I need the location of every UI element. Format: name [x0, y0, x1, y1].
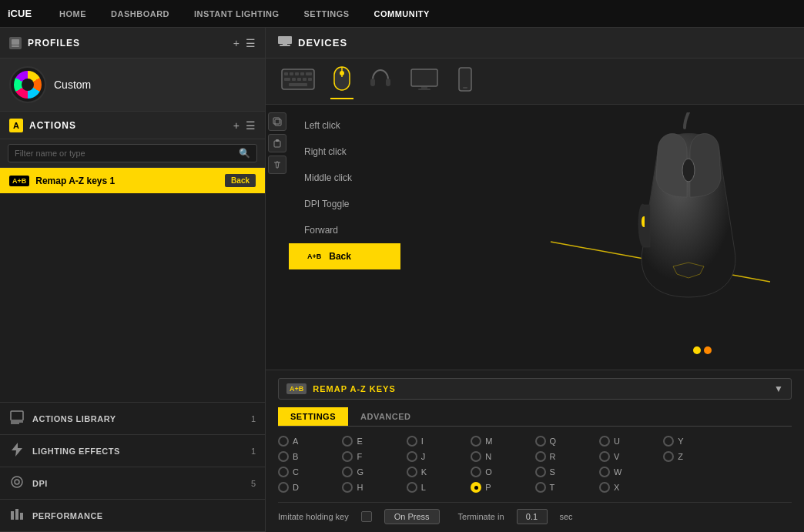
- key-radio-m: [471, 436, 481, 447]
- key-option-j[interactable]: J: [407, 451, 471, 462]
- tab-settings[interactable]: SETTINGS: [278, 407, 348, 426]
- nav-instant-lighting[interactable]: INSTANT LIGHTING: [182, 0, 291, 28]
- key-label-q: Q: [550, 437, 557, 446]
- key-option-k[interactable]: K: [407, 467, 471, 477]
- key-option-i[interactable]: I: [407, 436, 471, 447]
- device-tab-other[interactable]: [454, 64, 477, 99]
- key-option-v[interactable]: V: [599, 451, 663, 462]
- search-box: 🔍: [0, 139, 265, 168]
- profiles-menu-button[interactable]: ☰: [246, 37, 256, 49]
- nav-home[interactable]: HOME: [47, 0, 99, 28]
- key-option-y[interactable]: Y: [663, 436, 727, 447]
- copy-icon-btn[interactable]: [268, 112, 286, 131]
- nav-settings[interactable]: SETTINGS: [292, 0, 362, 28]
- key-option-f[interactable]: F: [342, 451, 406, 462]
- device-tab-keyboard[interactable]: [278, 65, 318, 97]
- left-panel: PROFILES + ☰ Custom A ACTIONS +: [0, 28, 266, 532]
- action-item[interactable]: A+B Remap A-Z keys 1 Back: [0, 168, 265, 193]
- key-label-l: L: [421, 483, 426, 492]
- dot-indicators: [693, 346, 712, 354]
- key-option-o[interactable]: O: [471, 467, 534, 477]
- key-label-p: P: [485, 483, 491, 492]
- actions-header-right: + ☰: [233, 119, 256, 132]
- key-label-j: J: [421, 452, 426, 461]
- mouse-svg-container: [596, 112, 781, 315]
- profile-item[interactable]: Custom: [0, 59, 265, 112]
- terminate-input[interactable]: [517, 509, 548, 524]
- key-option-g[interactable]: G: [342, 467, 406, 477]
- svg-rect-2: [11, 411, 23, 420]
- key-option-n[interactable]: N: [471, 451, 534, 462]
- actions-library-item[interactable]: ACTIONS LIBRARY 1: [0, 403, 265, 434]
- imitate-checkbox[interactable]: [361, 511, 372, 522]
- remap-dropdown-label: REMAP A-Z KEYS: [313, 384, 768, 393]
- add-action-button[interactable]: +: [233, 119, 240, 132]
- device-tab-monitor[interactable]: [407, 65, 441, 97]
- actions-menu-button[interactable]: ☰: [246, 119, 256, 132]
- key-label-c: C: [293, 467, 299, 477]
- tab-advanced[interactable]: ADVANCED: [348, 407, 424, 426]
- nav-dashboard[interactable]: DASHBOARD: [99, 0, 182, 28]
- performance-item[interactable]: PERFORMANCE: [0, 500, 265, 531]
- device-tab-mouse[interactable]: [330, 63, 353, 99]
- devices-icon: [278, 36, 292, 49]
- search-input[interactable]: [15, 149, 239, 158]
- svg-rect-24: [308, 78, 312, 81]
- mouse-btn-back[interactable]: A+B Back: [289, 243, 400, 269]
- key-option-l[interactable]: L: [407, 482, 471, 493]
- svg-rect-10: [20, 513, 23, 520]
- key-radio-j: [407, 451, 417, 462]
- key-radio-e: [342, 436, 353, 447]
- actions-library-icon: [9, 410, 25, 427]
- key-label-b: B: [293, 452, 298, 461]
- key-option-r[interactable]: R: [535, 451, 599, 462]
- key-option-c[interactable]: C: [278, 467, 342, 477]
- profiles-header-right: + ☰: [233, 37, 256, 49]
- key-option-a[interactable]: A: [278, 436, 342, 447]
- key-option-t[interactable]: T: [535, 482, 599, 493]
- side-icons: [266, 105, 289, 370]
- mouse-illustration: [596, 112, 781, 313]
- key-option-q[interactable]: Q: [535, 436, 599, 447]
- profiles-header-left: PROFILES: [9, 37, 80, 49]
- key-option-e[interactable]: E: [342, 436, 406, 447]
- lighting-effects-count: 1: [251, 447, 256, 456]
- remap-dropdown[interactable]: A+B REMAP A-Z KEYS ▼: [278, 378, 792, 400]
- paste-icon-btn[interactable]: [268, 134, 286, 152]
- key-option-b[interactable]: B: [278, 451, 342, 462]
- key-option-z[interactable]: Z: [663, 451, 727, 462]
- imitate-holding-label: Imitate holding key: [278, 512, 349, 521]
- mouse-btn-right-click[interactable]: Right click: [289, 139, 400, 165]
- svg-rect-22: [297, 78, 301, 81]
- headset-icon: [369, 69, 392, 94]
- add-profile-button[interactable]: +: [233, 37, 240, 49]
- mouse-btn-dpi-toggle[interactable]: DPI Toggle: [289, 191, 400, 217]
- key-radio-p: [471, 482, 481, 493]
- devices-header: DEVICES: [266, 28, 804, 59]
- dpi-item[interactable]: DPI 5: [0, 467, 265, 499]
- key-option-x[interactable]: X: [599, 482, 663, 493]
- key-option-u[interactable]: U: [599, 436, 663, 447]
- key-option-p[interactable]: P: [471, 482, 534, 493]
- key-option-s[interactable]: S: [535, 467, 599, 477]
- svg-rect-28: [340, 71, 344, 75]
- svg-rect-23: [303, 78, 307, 81]
- key-label-y: Y: [678, 437, 683, 446]
- keyboard-icon: [281, 69, 315, 94]
- delete-icon-btn[interactable]: [268, 156, 286, 174]
- mouse-btn-forward[interactable]: Forward: [289, 217, 400, 243]
- nav-community[interactable]: COMMUNITY: [362, 0, 442, 28]
- actions-header-left: A ACTIONS: [9, 119, 76, 132]
- profiles-title: PROFILES: [28, 38, 80, 49]
- key-option-w[interactable]: W: [599, 467, 663, 477]
- key-option-d[interactable]: D: [278, 482, 342, 493]
- lighting-effects-item[interactable]: LIGHTING EFFECTS 1: [0, 435, 265, 467]
- mouse-btn-middle-click[interactable]: Middle click: [289, 165, 400, 191]
- key-option-m[interactable]: M: [471, 436, 534, 447]
- actions-badge: A: [9, 119, 23, 132]
- device-tab-headset[interactable]: [366, 65, 395, 97]
- on-press-button[interactable]: On Press: [384, 509, 440, 524]
- key-option-h[interactable]: H: [342, 482, 406, 493]
- mouse-btn-left-click[interactable]: Left click: [289, 112, 400, 139]
- key-radio-b: [278, 451, 289, 462]
